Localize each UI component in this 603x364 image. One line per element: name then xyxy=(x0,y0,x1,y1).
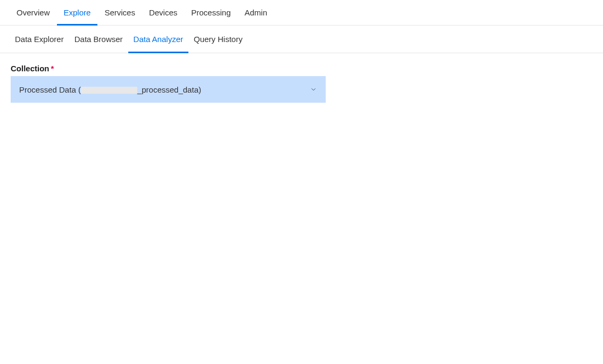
chevron-down-icon xyxy=(310,86,317,93)
required-marker: * xyxy=(51,64,54,73)
nav-overview[interactable]: Overview xyxy=(10,0,57,26)
nav-explore[interactable]: Explore xyxy=(57,0,98,26)
masked-text xyxy=(81,87,137,94)
collection-label: Collection* xyxy=(11,64,592,73)
nav-devices[interactable]: Devices xyxy=(142,0,184,26)
nav-processing[interactable]: Processing xyxy=(184,0,237,26)
nav-admin[interactable]: Admin xyxy=(237,0,274,26)
tab-data-browser[interactable]: Data Browser xyxy=(69,26,128,53)
collection-select-wrap: Processed Data (_processed_data) Process… xyxy=(11,76,326,103)
content-area: Collection* Processed Data (_processed_d… xyxy=(0,53,603,103)
tab-data-explorer[interactable]: Data Explorer xyxy=(10,26,69,53)
nav-services[interactable]: Services xyxy=(97,0,142,26)
collection-selected-value: Processed Data (_processed_data) xyxy=(19,85,201,94)
collection-select[interactable]: Processed Data (_processed_data) xyxy=(11,76,326,103)
tab-query-history[interactable]: Query History xyxy=(188,26,248,53)
top-nav: Overview Explore Services Devices Proces… xyxy=(0,0,603,26)
tab-data-analyzer[interactable]: Data Analyzer xyxy=(128,26,188,53)
sub-nav: Data Explorer Data Browser Data Analyzer… xyxy=(0,26,603,53)
